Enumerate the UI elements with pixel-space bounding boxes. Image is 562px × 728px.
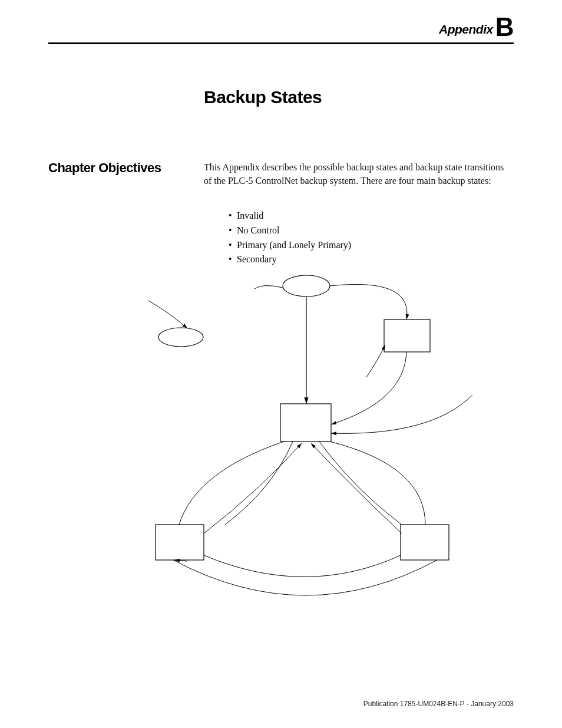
- page-title: Backup States: [204, 87, 322, 107]
- header-rule: [48, 42, 514, 44]
- start-node: [283, 275, 330, 297]
- diagram-edge: [148, 301, 187, 328]
- diagram-edge: [331, 395, 472, 433]
- diagram-edge: [173, 560, 437, 595]
- diagram-edge: [204, 555, 401, 577]
- list-item: •Invalid: [229, 209, 351, 223]
- page-header: AppendixB: [48, 22, 514, 44]
- bullet-list: •Invalid •No Control •Primary (and Lonel…: [229, 209, 351, 267]
- diagram-edge: [204, 443, 302, 533]
- state-node-center: [280, 404, 331, 442]
- list-item: •Secondary: [229, 252, 351, 267]
- bullet-dot-icon: •: [229, 252, 237, 267]
- diagram-edge: [254, 285, 283, 289]
- diagram-edge: [330, 442, 425, 525]
- list-item: •No Control: [229, 223, 351, 238]
- diagram-edge: [331, 352, 406, 424]
- appendix-label-line: AppendixB: [48, 22, 514, 37]
- diagram-edge: [319, 442, 402, 525]
- bullet-text: Primary (and Lonely Primary): [237, 238, 351, 253]
- bullet-text: Invalid: [237, 209, 263, 223]
- appendix-letter: B: [495, 12, 514, 41]
- footer-text: Publication 1785-UM024B-EN-P - January 2…: [363, 700, 514, 708]
- list-item: •Primary (and Lonely Primary): [229, 238, 351, 253]
- bullet-dot-icon: •: [229, 223, 237, 238]
- bullet-dot-icon: •: [229, 238, 237, 253]
- bullet-dot-icon: •: [229, 209, 237, 223]
- state-node-upper-right: [384, 319, 430, 352]
- state-node-lower-right: [401, 525, 449, 560]
- body-paragraph: This Appendix describes the possible bac…: [204, 160, 514, 187]
- bullet-text: No Control: [237, 223, 279, 238]
- diagram-edge: [311, 443, 402, 533]
- state-node-lower-left: [156, 525, 204, 560]
- diagram-edge: [366, 345, 385, 377]
- diagram-edge: [330, 284, 407, 319]
- aux-node: [158, 328, 203, 347]
- diagram-edge: [225, 442, 293, 525]
- appendix-word: Appendix: [439, 22, 493, 36]
- section-heading: Chapter Objectives: [48, 160, 161, 176]
- state-diagram: [48, 271, 514, 625]
- bullet-text: Secondary: [237, 252, 277, 267]
